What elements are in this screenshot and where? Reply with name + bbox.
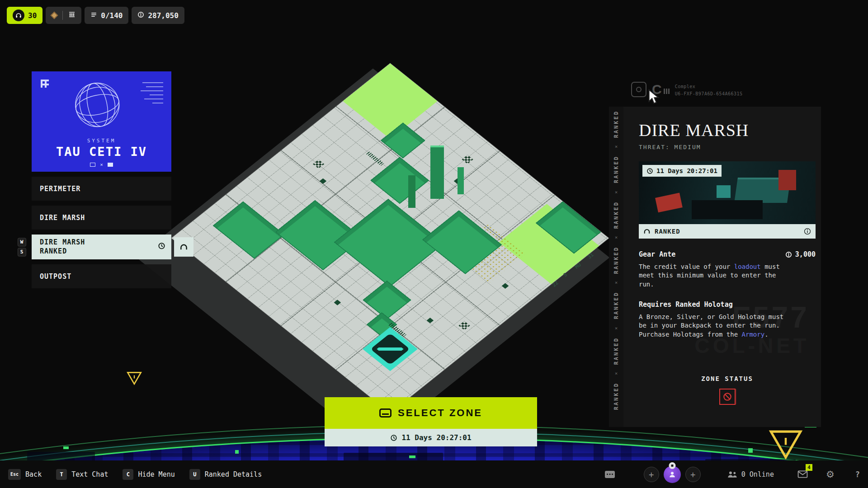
- zone-detail-body: F577 COL-NET DIRE MARSH THREAT: MEDIUM 1…: [623, 107, 821, 427]
- player-level: 30: [28, 11, 37, 20]
- ranked-mode-bar: RANKED: [639, 224, 816, 239]
- zone-item-label: DIRE MARSH: [40, 214, 85, 222]
- mail-button[interactable]: 4: [797, 470, 808, 478]
- watermark: COL-NET: [695, 333, 809, 358]
- extract-counter-badge: 0/140: [85, 7, 128, 24]
- preview-shape: [692, 200, 762, 219]
- invite-player-button[interactable]: +: [685, 467, 701, 482]
- avatar-status-badge: [669, 462, 675, 469]
- zone-status: ZONE STATUS: [639, 375, 816, 405]
- ranked-arch-icon: [643, 228, 651, 235]
- strip-separator-icon: ×: [615, 325, 618, 331]
- invite-player-button[interactable]: +: [644, 467, 659, 482]
- map-structure: [213, 202, 285, 259]
- online-count-label: 0 Online: [741, 470, 774, 479]
- select-zone-area: SELECT ZONE 11 Days 20:27:01: [325, 397, 537, 446]
- text-chat-button[interactable]: T Text Chat: [56, 469, 108, 480]
- hide-menu-button[interactable]: C Hide Menu: [123, 469, 175, 480]
- key-hints: W S: [18, 238, 26, 256]
- people-icon: [727, 471, 737, 478]
- gear-ante-label: Gear Ante: [639, 250, 675, 258]
- key-s: S: [18, 248, 26, 256]
- gear-ante-row: Gear Ante 3,000: [639, 250, 816, 258]
- map-checker-marker: [313, 160, 324, 169]
- system-name: TAU CETI IV: [32, 145, 171, 159]
- clock-icon: [390, 434, 397, 441]
- ranked-strip-label: RANKED: [613, 337, 619, 365]
- online-count[interactable]: 0 Online: [727, 470, 774, 479]
- ranked-arch-icon: [179, 243, 188, 251]
- description-text: The credit value of your: [639, 263, 734, 270]
- globe-texture: [748, 448, 753, 453]
- bottom-bar: Esc Back T Text Chat C Hide Menu U Ranke…: [0, 460, 868, 488]
- preview-shape: [778, 170, 796, 190]
- map-marker: [334, 300, 341, 305]
- player-avatar[interactable]: [664, 466, 681, 483]
- hide-menu-label: Hide Menu: [138, 470, 175, 479]
- globe-texture: [235, 450, 239, 454]
- globe-texture: [409, 455, 415, 458]
- map-tower: [408, 175, 415, 208]
- list-icon: [90, 11, 97, 20]
- extract-count: 0/140: [101, 11, 123, 20]
- credits-amount: 287,050: [148, 11, 178, 20]
- ranked-details-label: Ranked Details: [205, 470, 262, 479]
- map-checker-marker: [458, 321, 470, 330]
- zone-list-item-perimeter[interactable]: PERIMETER: [32, 177, 171, 201]
- strip-separator-icon: ×: [615, 144, 618, 150]
- zone-list-item-dire-marsh-ranked[interactable]: W S DIRE MARSH RANKED: [32, 235, 171, 259]
- ranked-mode-label: RANKED: [655, 228, 680, 235]
- zone-list-item-dire-marsh[interactable]: DIRE MARSH: [32, 206, 171, 230]
- ranked-strip-label: RANKED: [613, 246, 619, 274]
- settings-gear-icon[interactable]: ⚙: [826, 469, 835, 480]
- warning-triangle-icon: [769, 429, 803, 462]
- c-keycap: C: [123, 469, 133, 480]
- map-marker: [320, 178, 327, 184]
- info-icon[interactable]: [804, 228, 811, 235]
- card-glyph-icon: [108, 163, 113, 167]
- divider: [62, 11, 63, 20]
- ranked-strip-label: RANKED: [613, 291, 619, 319]
- strip-separator-icon: ×: [615, 235, 618, 240]
- screen: 31 MU 5 22 30 0/140: [0, 0, 868, 488]
- ranked-strip-label: RANKED: [613, 155, 619, 183]
- zone-list-item-outpost[interactable]: OUTPOST: [32, 264, 171, 288]
- loadout-link[interactable]: loadout: [734, 263, 761, 270]
- session-code: U6-FXF-B97A6D-654A6631S: [675, 90, 743, 98]
- credits-icon: [785, 251, 792, 258]
- system-label: SYSTEM: [32, 138, 171, 144]
- select-zone-button[interactable]: SELECT ZONE: [325, 397, 537, 429]
- help-icon[interactable]: ?: [855, 470, 860, 479]
- gear-ante-description: The credit value of your loadout must me…: [639, 263, 790, 289]
- gear-ante-value: 3,000: [785, 250, 816, 258]
- back-button[interactable]: Esc Back: [8, 469, 42, 480]
- zone-selection-panel: SYSTEM TAU CETI IV × PERIMETER DIRE MARS…: [32, 71, 171, 288]
- back-label: Back: [25, 470, 42, 479]
- selected-zone-marker[interactable]: [363, 327, 418, 371]
- zone-item-label: OUTPOST: [40, 272, 71, 281]
- zone-item-label-line1: DIRE MARSH: [40, 238, 163, 247]
- map-marker: [502, 283, 509, 289]
- gear-ante-amount: 3,000: [795, 250, 816, 258]
- ranked-strip-label: RANKED: [613, 201, 619, 229]
- map-marker: [427, 318, 434, 323]
- pixel-glyph-icon: [41, 80, 49, 88]
- credits-badge: 287,050: [132, 7, 184, 24]
- chat-bubble-icon[interactable]: [605, 471, 615, 478]
- ranked-mode-chip[interactable]: [174, 237, 193, 257]
- card-glyph-icon: ×: [100, 162, 103, 168]
- zone-marker-icon: [370, 333, 410, 365]
- map-structure: [363, 281, 411, 319]
- zone-detail-panel: RANKED × RANKED × RANKED × RANKED × RANK…: [609, 107, 821, 427]
- hud-top-bar: 30 0/140 287,050: [7, 7, 184, 24]
- globe-texture: [63, 446, 69, 449]
- hud-icons-badge: [46, 7, 81, 24]
- watermark: F577: [732, 300, 809, 334]
- map-zone-cell: [343, 63, 437, 139]
- credits-icon: [137, 11, 144, 20]
- party-slots: + +: [644, 466, 701, 483]
- zone-timer-value: 11 Days 20:27:01: [401, 433, 471, 442]
- ranked-details-button[interactable]: U Ranked Details: [189, 469, 262, 480]
- esc-keycap: Esc: [8, 469, 21, 480]
- perk-icon: [51, 12, 58, 19]
